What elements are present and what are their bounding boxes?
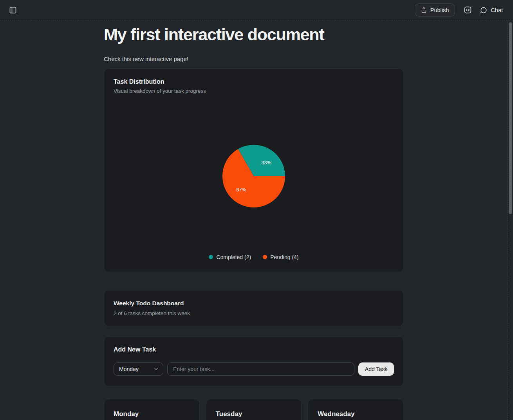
scrollbar-thumb[interactable] <box>509 22 512 214</box>
page-title: My first interactive document <box>104 24 404 45</box>
code-square-icon <box>464 6 472 14</box>
day-card-title: Monday <box>114 410 190 418</box>
pie-label-pending: 67% <box>236 187 246 193</box>
legend-dot-pending-icon <box>263 255 267 259</box>
chat-button[interactable]: Chat <box>480 7 503 14</box>
top-toolbar: Publish Chat <box>0 0 513 20</box>
document-scroll-area: My first interactive document Check this… <box>0 24 508 420</box>
weekly-dashboard-title: Weekly Todo Dashboard <box>114 300 394 307</box>
weekly-dashboard-card: Weekly Todo Dashboard 2 of 6 tasks compl… <box>104 290 404 326</box>
weekly-dashboard-subtitle: 2 of 6 tasks completed this week <box>114 310 394 316</box>
add-task-card: Add New Task Monday Add Task <box>104 336 404 386</box>
pie-chart-svg: 33% 67% <box>215 137 293 215</box>
day-card-tuesday: Tuesday <box>206 399 302 420</box>
sidebar-toggle-button[interactable] <box>7 4 19 16</box>
add-task-title: Add New Task <box>114 346 394 353</box>
pie-label-completed: 33% <box>261 160 271 166</box>
document-content: My first interactive document Check this… <box>104 24 404 420</box>
chat-bubble-icon <box>480 7 487 14</box>
add-task-button[interactable]: Add Task <box>358 362 394 376</box>
chat-button-label: Chat <box>491 7 503 13</box>
panel-left-icon <box>9 6 17 14</box>
pie-chart: 33% 67% Completed (2) Pending (4 <box>114 94 394 262</box>
page-intro-text: Check this new interactive page! <box>104 56 404 62</box>
day-card-title: Wednesday <box>318 410 394 418</box>
task-distribution-card: Task Distribution Visual breakdown of yo… <box>104 68 404 272</box>
share-icon <box>421 7 427 13</box>
publish-button[interactable]: Publish <box>415 4 455 16</box>
day-card-title: Tuesday <box>216 410 292 418</box>
legend-item-pending: Pending (4) <box>263 254 298 260</box>
chart-card-subtitle: Visual breakdown of your task progress <box>114 88 394 94</box>
day-card-wednesday: Wednesday <box>308 399 404 420</box>
day-cards-row: Monday Tuesday Wednesday <box>104 399 404 420</box>
day-card-monday: Monday <box>104 399 200 420</box>
chart-card-title: Task Distribution <box>114 78 394 85</box>
scrollbar-track[interactable] <box>508 20 513 420</box>
legend-label-completed: Completed (2) <box>216 254 251 260</box>
legend-item-completed: Completed (2) <box>209 254 251 260</box>
legend-label-pending: Pending (4) <box>270 254 298 260</box>
chart-legend: Completed (2) Pending (4) <box>114 254 394 260</box>
add-task-form: Monday Add Task <box>114 362 394 376</box>
day-select[interactable]: Monday <box>114 362 163 376</box>
legend-dot-completed-icon <box>209 255 213 259</box>
toolbar-actions: Publish Chat <box>415 4 507 16</box>
publish-button-label: Publish <box>430 7 449 13</box>
code-view-button[interactable] <box>462 4 473 16</box>
task-input[interactable] <box>167 362 354 376</box>
chevron-down-icon <box>153 366 159 372</box>
day-select-value: Monday <box>119 366 139 372</box>
